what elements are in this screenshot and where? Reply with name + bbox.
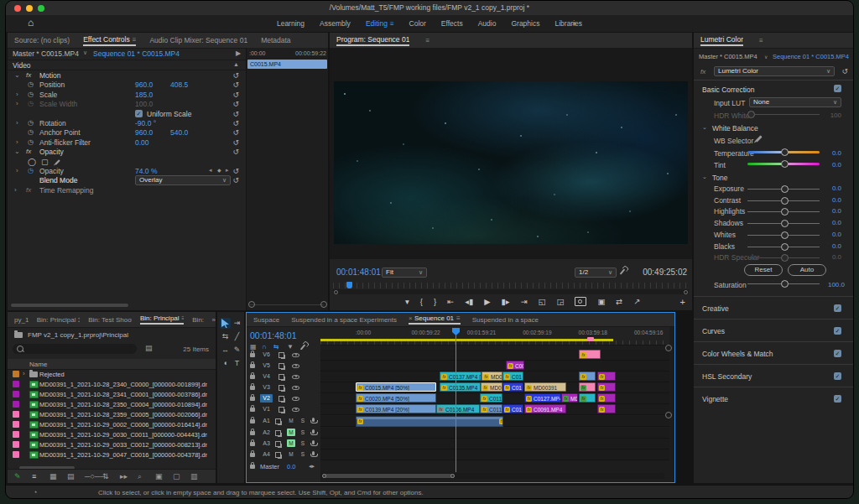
collapse-icon[interactable]: ⌄ xyxy=(702,174,707,180)
tab-suspended-in-a-space-experiments[interactable]: Suspended in a space Experiments xyxy=(291,316,397,324)
hdr-white-slider[interactable] xyxy=(747,110,820,117)
temperature-slider[interactable] xyxy=(747,148,820,155)
param-value[interactable]: 540.0 xyxy=(170,128,188,137)
slider-value[interactable]: 0.0 xyxy=(832,196,841,204)
list-item[interactable]: MD00391_1_2021-10-28_2341_C0001_[000000-… xyxy=(8,389,209,399)
slider-knob[interactable] xyxy=(781,220,789,227)
go-to-in-icon[interactable]: ⇤ xyxy=(447,297,454,306)
sequence-clip-selector[interactable]: Sequence 01 * C0015.MP4 xyxy=(93,49,180,58)
slider-knob[interactable] xyxy=(781,243,789,251)
section-curves[interactable]: Curves✓ xyxy=(694,319,853,342)
param-value[interactable]: 74.0 % xyxy=(135,167,157,175)
sync-lock-icon[interactable] xyxy=(279,374,284,380)
panel-menu-icon[interactable]: ≡ xyxy=(425,37,430,44)
program-playhead[interactable] xyxy=(346,282,352,288)
tab-lumetri-color[interactable]: Lumetri Color xyxy=(700,35,743,46)
tool-type[interactable]: T xyxy=(232,358,242,369)
mute-button[interactable]: M xyxy=(287,417,295,424)
collapse-icon[interactable]: ▲ xyxy=(233,61,239,67)
solo-button[interactable]: S xyxy=(299,417,307,424)
track-output-icon[interactable] xyxy=(292,408,299,412)
search-input[interactable] xyxy=(13,344,137,354)
expander-icon[interactable]: › xyxy=(14,186,17,194)
list-item[interactable]: MD00391_1_2021-10-29_0033_C0012_[000000-… xyxy=(8,439,209,449)
lock-icon[interactable] xyxy=(250,397,255,401)
timeline-ruler[interactable]: :00:0000:00:59:2200:01:59:2100:02:59:190… xyxy=(320,327,669,346)
param-value[interactable]: 185.0 xyxy=(135,91,153,99)
group-label[interactable]: Opacity xyxy=(39,148,64,156)
workspace-tab-color[interactable]: Color xyxy=(409,19,426,28)
workspace-tab-assembly[interactable]: Assembly xyxy=(320,19,351,28)
list-item[interactable]: MD00391_1_2021-10-28_2340_C0000_[000000-… xyxy=(8,379,209,389)
timeline-clip[interactable]: fxC01 xyxy=(502,372,523,381)
list-item[interactable]: MD00391_1_2021-10-29_0047_C0016_[000000-… xyxy=(8,449,209,460)
project-tab-overflow[interactable]: » xyxy=(212,316,216,324)
timeline-clip[interactable]: fxC01 xyxy=(502,382,523,392)
lock-icon[interactable] xyxy=(250,364,255,368)
slider-track[interactable] xyxy=(747,231,820,238)
settings-wrench-icon[interactable] xyxy=(620,268,626,274)
temperature-value[interactable]: 0.0 xyxy=(832,149,841,157)
track-name[interactable]: A1 xyxy=(260,417,273,425)
uniform-scale-checkbox[interactable]: ✓ xyxy=(135,110,143,117)
go-to-out-icon[interactable]: ⇥ xyxy=(520,297,527,306)
mute-button[interactable]: M xyxy=(287,439,295,447)
lumetri-sequence-label[interactable]: Sequence 01 * C0015.MP4 xyxy=(773,53,849,60)
audio-track-lane-a3[interactable] xyxy=(320,439,669,449)
label-color-chip[interactable] xyxy=(13,431,19,438)
section-checkbox[interactable]: ✓ xyxy=(834,350,841,357)
close-tab-icon[interactable]: × xyxy=(409,314,414,322)
reset-parameter-icon[interactable]: ↺ xyxy=(232,148,239,156)
sync-lock-icon[interactable] xyxy=(275,430,281,436)
blend-mode-select[interactable]: Overlay∨ xyxy=(135,175,231,185)
tint-value[interactable]: 0.0 xyxy=(832,161,841,169)
label-color-chip[interactable] xyxy=(13,421,19,428)
sync-lock-icon[interactable] xyxy=(279,352,284,358)
hdr-white-value[interactable]: 100 xyxy=(830,112,841,119)
workspace-tab-audio[interactable]: Audio xyxy=(478,19,497,28)
tool-pen[interactable]: ✎ xyxy=(232,345,242,356)
panel-menu-icon[interactable]: ≡ xyxy=(456,314,461,322)
workspace-tab-graphics[interactable]: Graphics xyxy=(511,19,539,28)
mini-timeline-clip[interactable]: C0015.MP4 xyxy=(247,60,327,69)
tab-program[interactable]: Program: Sequence 01 xyxy=(336,35,409,46)
slider-track[interactable] xyxy=(747,219,820,226)
mute-button[interactable]: M xyxy=(287,429,295,436)
timeline-clip[interactable]: fx xyxy=(597,382,616,392)
sync-lock-icon[interactable] xyxy=(275,418,281,424)
workspace-tab-effects[interactable]: Effects xyxy=(441,19,463,28)
label-color-chip[interactable] xyxy=(13,381,19,387)
zoom-handle-left[interactable] xyxy=(322,474,326,478)
track-name[interactable]: A4 xyxy=(260,450,273,459)
new-bin-icon[interactable]: ▣ xyxy=(155,472,163,481)
timeline-clip[interactable]: fxMD00391_ xyxy=(524,382,566,392)
white-balance-header[interactable]: White Balance xyxy=(712,124,758,132)
lock-icon[interactable] xyxy=(250,431,255,435)
solo-button[interactable]: S xyxy=(299,429,307,436)
section-vignette[interactable]: Vignette✓ xyxy=(694,387,853,410)
slider-value[interactable]: 0.0 xyxy=(832,253,841,261)
project-breadcrumb[interactable]: FMP v2_1 copy_1.prproj\Principal xyxy=(28,331,128,339)
audio-track-lane-a2[interactable] xyxy=(320,428,669,439)
lumetri-effect-select[interactable]: Lumetri Color∨ xyxy=(714,66,835,76)
saturation-value[interactable]: 100.0 xyxy=(828,281,845,288)
expander-icon[interactable]: › xyxy=(16,91,18,98)
mark-out-icon[interactable]: } xyxy=(434,297,436,306)
panel-menu-icon[interactable]: ≡ xyxy=(133,36,137,44)
workspace-tab-libraries[interactable]: Libraries xyxy=(554,19,582,28)
reset-parameter-icon[interactable]: ↺ xyxy=(232,91,239,99)
timeline-clip[interactable]: fxC0091.MP4 xyxy=(524,404,566,413)
lock-icon[interactable] xyxy=(250,386,255,390)
slider-track[interactable] xyxy=(747,253,820,261)
tab-source-no-clips-[interactable]: Source: (no clips) xyxy=(14,36,70,44)
list-view-icon[interactable]: ≡ xyxy=(32,472,36,481)
timeline-clip[interactable]: fxC0137.MP4 [18%] xyxy=(440,372,482,381)
tool-selection[interactable] xyxy=(220,318,231,329)
reset-parameter-icon[interactable]: ↺ xyxy=(232,110,239,118)
section-checkbox[interactable]: ✓ xyxy=(834,327,841,335)
video-track-lane-v5[interactable] xyxy=(320,361,669,372)
group-label[interactable]: Time Remapping xyxy=(39,186,93,195)
label-color-chip[interactable] xyxy=(13,411,19,418)
slider-value[interactable]: 0.0 xyxy=(832,219,841,226)
list-item[interactable]: MD00391_1_2021-10-29_0030_C0011_[000000-… xyxy=(8,429,209,439)
